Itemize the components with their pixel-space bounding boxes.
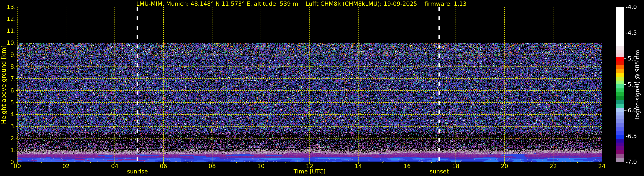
colorbar-band bbox=[616, 69, 624, 73]
y-tick-label: 6. bbox=[0, 87, 16, 94]
colorbar-band bbox=[616, 119, 624, 123]
x-tick-label: 12 bbox=[300, 163, 319, 170]
colorbar bbox=[616, 7, 624, 162]
ceilometer-quicklook: LMU-MIM, Munich; 48.148° N 11.573° E, al… bbox=[0, 0, 644, 176]
colorbar-band bbox=[616, 57, 624, 61]
colorbar-band bbox=[616, 26, 624, 30]
y-tick-label: 11. bbox=[0, 27, 16, 34]
colorbar-band bbox=[616, 100, 624, 104]
colorbar-band bbox=[616, 104, 624, 108]
colorbar-tick-label: -6.5 bbox=[626, 133, 637, 139]
y-tick-label: 8. bbox=[0, 63, 16, 70]
colorbar-band bbox=[616, 143, 624, 146]
colorbar-band bbox=[616, 7, 624, 11]
y-tick-label: 7. bbox=[0, 75, 16, 82]
colorbar-band bbox=[616, 42, 624, 46]
y-tick-label: 12. bbox=[0, 15, 16, 22]
colorbar-band bbox=[616, 112, 624, 115]
colorbar-band bbox=[616, 96, 624, 100]
colorbar-tick-label: -6.0 bbox=[626, 107, 637, 114]
colorbar-band bbox=[616, 150, 624, 154]
colorbar-band bbox=[616, 11, 624, 15]
colorbar-band bbox=[616, 65, 624, 69]
y-tick-label: 3. bbox=[0, 123, 16, 130]
colorbar-tick-label: -7.0 bbox=[626, 159, 637, 165]
x-tick-label: 22 bbox=[544, 163, 563, 170]
y-tick-label: 4. bbox=[0, 111, 16, 118]
colorbar-tick-label: -5.0 bbox=[626, 55, 637, 62]
x-tick-label: 14 bbox=[349, 163, 368, 170]
colorbar-band bbox=[616, 108, 624, 111]
colorbar-band bbox=[616, 15, 624, 18]
x-tick-label: 10 bbox=[251, 163, 270, 170]
heatmap-canvas bbox=[0, 0, 644, 176]
colorbar-band bbox=[616, 127, 624, 131]
colorbar-band bbox=[616, 131, 624, 135]
x-tick-label: 02 bbox=[56, 163, 76, 170]
colorbar-band bbox=[616, 146, 624, 150]
colorbar-tick-label: -4.0 bbox=[626, 4, 637, 10]
chart-title: LMU-MIM, Munich; 48.148° N 11.573° E, al… bbox=[136, 0, 466, 7]
colorbar-band bbox=[616, 77, 624, 81]
colorbar-band bbox=[616, 23, 624, 26]
colorbar-band bbox=[616, 81, 624, 84]
x-tick-label: 08 bbox=[202, 163, 222, 170]
y-tick-label: 9. bbox=[0, 51, 16, 58]
x-tick-label: 16 bbox=[398, 163, 417, 170]
colorbar-band bbox=[616, 135, 624, 139]
colorbar-band bbox=[616, 158, 624, 162]
x-tick-label: 24 bbox=[592, 163, 612, 170]
colorbar-band bbox=[616, 30, 624, 34]
y-tick-label: 13. bbox=[0, 4, 16, 10]
colorbar-band bbox=[616, 92, 624, 96]
colorbar-tick-label: -4.5 bbox=[626, 30, 637, 36]
colorbar-tick-label: -5.5 bbox=[626, 82, 637, 88]
colorbar-band bbox=[616, 54, 624, 57]
colorbar-band bbox=[616, 139, 624, 143]
colorbar-band bbox=[616, 34, 624, 38]
x-tick-label: 18 bbox=[446, 163, 466, 170]
colorbar-band bbox=[616, 50, 624, 54]
colorbar-band bbox=[616, 84, 624, 88]
y-tick-label: 1. bbox=[0, 147, 16, 154]
colorbar-band bbox=[616, 61, 624, 65]
colorbar-band bbox=[616, 73, 624, 77]
x-tick-label: 04 bbox=[105, 163, 124, 170]
colorbar-band bbox=[616, 46, 624, 50]
colorbar-band bbox=[616, 19, 624, 23]
colorbar-band bbox=[616, 123, 624, 127]
y-tick-label: 10. bbox=[0, 39, 16, 46]
y-tick-label: 2. bbox=[0, 135, 16, 142]
x-tick-label: 06 bbox=[154, 163, 173, 170]
colorbar-band bbox=[616, 38, 624, 42]
y-tick-label: 0. bbox=[0, 159, 16, 166]
colorbar-band bbox=[616, 88, 624, 92]
y-tick-label: 5. bbox=[0, 99, 16, 106]
x-tick-label: 20 bbox=[495, 163, 514, 170]
colorbar-band bbox=[616, 154, 624, 158]
colorbar-band bbox=[616, 115, 624, 119]
